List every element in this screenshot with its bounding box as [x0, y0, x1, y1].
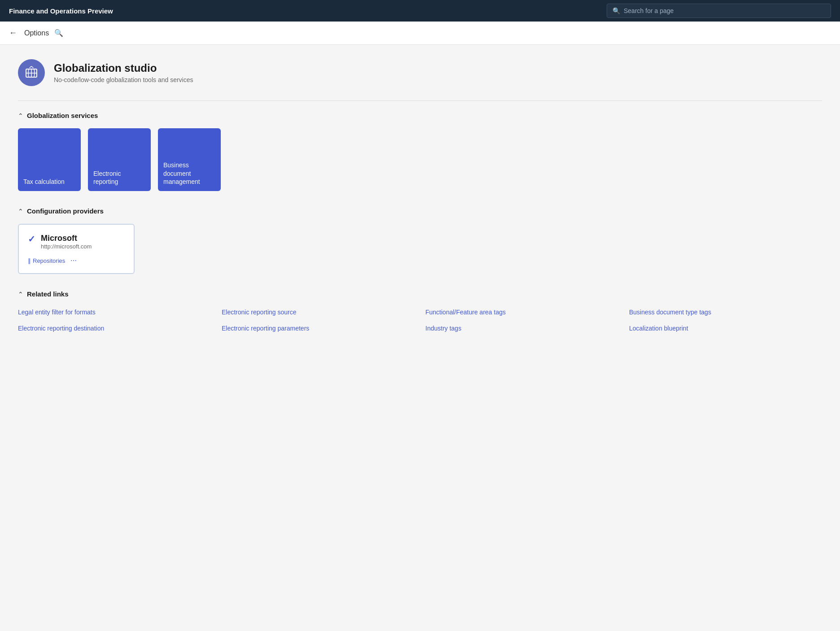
related-link-4[interactable]: Electronic reporting destination	[18, 323, 211, 334]
repositories-icon: ∥	[28, 257, 31, 264]
section-header-globalization: ⌃ Globalization services	[18, 112, 822, 119]
related-link-6[interactable]: Industry tags	[425, 323, 618, 334]
related-links-title: Related links	[27, 290, 69, 298]
repositories-link[interactable]: ∥ Repositories	[28, 257, 65, 264]
tax-calculation-tile[interactable]: Tax calculation	[18, 128, 81, 191]
provider-more-button[interactable]: ⋯	[70, 257, 78, 264]
related-links-section: ⌃ Related links Legal entity filter for …	[18, 290, 822, 334]
globalization-services-title: Globalization services	[27, 112, 98, 119]
globe-box-icon	[24, 65, 39, 80]
page-header: Globalization studio No-code/low-code gl…	[18, 59, 822, 86]
search-icon: 🔍	[612, 7, 620, 14]
provider-header: ✓ Microsoft http://microsoft.com	[28, 234, 125, 250]
top-nav: Finance and Operations Preview 🔍	[0, 0, 840, 22]
configuration-providers-section: ⌃ Configuration providers ✓ Microsoft ht…	[18, 207, 822, 274]
divider-1	[18, 100, 822, 101]
global-search[interactable]: 🔍	[607, 4, 831, 18]
related-link-0[interactable]: Legal entity filter for formats	[18, 307, 211, 318]
section-header-config: ⌃ Configuration providers	[18, 207, 822, 215]
back-button[interactable]: ←	[7, 26, 19, 39]
main-content: Globalization studio No-code/low-code gl…	[0, 45, 840, 631]
sub-nav: ← Options 🔍	[0, 22, 840, 45]
provider-url: http://microsoft.com	[41, 243, 92, 250]
related-link-5[interactable]: Electronic reporting parameters	[222, 323, 415, 334]
related-links-grid: Legal entity filter for formats Electron…	[18, 307, 822, 334]
globalization-services-section: ⌃ Globalization services Tax calculation…	[18, 112, 822, 191]
related-links-toggle[interactable]: ⌃	[18, 291, 23, 298]
provider-footer: ∥ Repositories ⋯	[28, 257, 125, 264]
page-title: Globalization studio	[54, 62, 193, 74]
business-document-management-tile[interactable]: Business document management	[158, 128, 221, 191]
configuration-providers-toggle[interactable]: ⌃	[18, 208, 23, 215]
page-subtitle: No-code/low-code globalization tools and…	[54, 76, 193, 83]
provider-info: Microsoft http://microsoft.com	[41, 234, 92, 250]
page-icon	[18, 59, 45, 86]
search-input[interactable]	[624, 7, 825, 14]
section-header-related: ⌃ Related links	[18, 290, 822, 298]
service-tiles-row: Tax calculation Electronic reporting Bus…	[18, 128, 822, 191]
search-options-button[interactable]: 🔍	[54, 29, 63, 37]
app-title: Finance and Operations Preview	[9, 7, 113, 15]
electronic-reporting-tile[interactable]: Electronic reporting	[88, 128, 151, 191]
provider-name: Microsoft	[41, 234, 92, 243]
microsoft-provider-card[interactable]: ✓ Microsoft http://microsoft.com ∥ Repos…	[18, 224, 135, 274]
related-link-1[interactable]: Electronic reporting source	[222, 307, 415, 318]
related-link-7[interactable]: Localization blueprint	[629, 323, 822, 334]
check-icon: ✓	[28, 234, 35, 244]
configuration-providers-title: Configuration providers	[27, 207, 104, 215]
options-label: Options	[24, 29, 49, 37]
globalization-services-toggle[interactable]: ⌃	[18, 112, 23, 119]
related-link-2[interactable]: Functional/Feature area tags	[425, 307, 618, 318]
related-link-3[interactable]: Business document type tags	[629, 307, 822, 318]
page-title-group: Globalization studio No-code/low-code gl…	[54, 62, 193, 83]
